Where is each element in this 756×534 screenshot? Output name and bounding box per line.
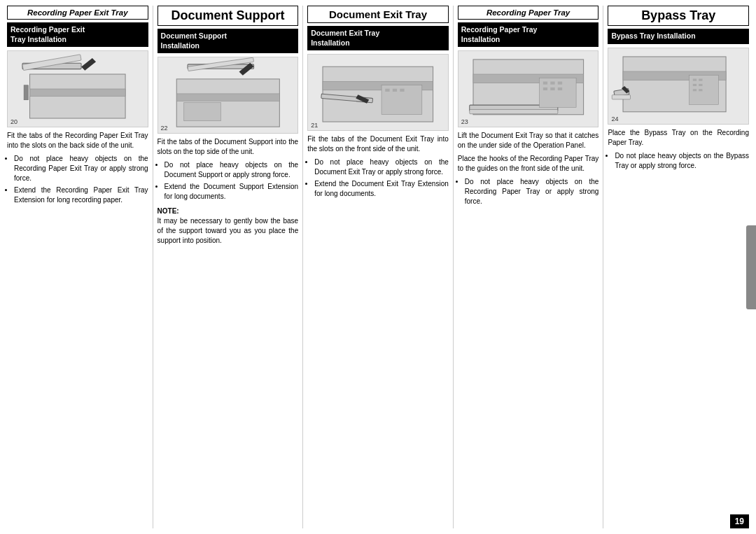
column-recording-paper-tray: Recording Paper Tray Recording Paper Tra… bbox=[454, 6, 604, 528]
col2-note-text: It may be necessary to gently bow the ba… bbox=[158, 216, 299, 246]
col2-page-num: 22 bbox=[161, 125, 168, 132]
col4-body: Lift the Document Exit Tray so that it c… bbox=[458, 131, 599, 150]
col2-subheader: Document SupportInstallation bbox=[158, 29, 299, 53]
col3-bullet-2: Extend the Document Exit Tray Extension … bbox=[314, 179, 449, 199]
col1-subheader: Recording Paper ExitTray Installation bbox=[7, 22, 148, 47]
svg-rect-36 bbox=[699, 83, 703, 85]
col5-body: Place the Bypass Tray on the Recording P… bbox=[608, 128, 749, 148]
svg-rect-34 bbox=[699, 78, 703, 80]
svg-rect-1 bbox=[30, 89, 126, 97]
svg-rect-22 bbox=[543, 82, 547, 85]
col1-body: Fit the tabs of the Recording Paper Exit… bbox=[7, 131, 148, 150]
col2-body: Fit the tabs of the Document Support int… bbox=[158, 137, 299, 157]
col5-subheader: Bypass Tray Installation bbox=[608, 29, 749, 44]
col4-bullets: Do not place heavy objects on the Record… bbox=[465, 177, 599, 209]
col2-header: Document Support bbox=[158, 6, 299, 26]
col5-bullet-1: Do not place heavy objects on the Bypass… bbox=[615, 151, 749, 171]
page-number: 19 bbox=[730, 514, 749, 528]
col1-header: Recording Paper Exit Tray bbox=[7, 6, 148, 20]
col1-bullets: Do not place heavy objects on the Record… bbox=[14, 154, 148, 207]
svg-rect-33 bbox=[693, 78, 696, 80]
col1-bullet-2: Extend the Recording Paper Exit Tray Ext… bbox=[14, 185, 148, 205]
col3-header: Document Exit Tray bbox=[307, 6, 449, 23]
svg-rect-16 bbox=[400, 89, 404, 92]
col2-bullets: Do not place heavy objects on the Docume… bbox=[164, 160, 299, 204]
col2-bullet-2: Extend the Document Support Extension fo… bbox=[164, 182, 299, 202]
col5-page-num: 24 bbox=[611, 115, 618, 122]
col4-body2: Place the hooks of the Recording Paper T… bbox=[458, 154, 599, 174]
col5-header: Bypass Tray bbox=[608, 6, 749, 26]
col2-bullet-1: Do not place heavy objects on the Docume… bbox=[164, 160, 299, 180]
col3-body: Fit the tabs of the Document Exit Tray i… bbox=[307, 134, 449, 154]
col2-image: 22 bbox=[158, 57, 299, 134]
page-container: Recording Paper Exit Tray Recording Pape… bbox=[0, 0, 756, 534]
col3-bullet-1: Do not place heavy objects on the Docume… bbox=[314, 157, 449, 177]
svg-rect-4 bbox=[24, 85, 28, 100]
sidebar-tab bbox=[746, 225, 756, 309]
svg-rect-35 bbox=[693, 83, 696, 85]
col4-image: 23 bbox=[458, 50, 599, 127]
column-document-exit-tray: Document Exit Tray Document Exit TrayIns… bbox=[303, 6, 454, 528]
svg-rect-14 bbox=[385, 89, 389, 92]
col3-bullets: Do not place heavy objects on the Docume… bbox=[314, 157, 449, 201]
svg-rect-23 bbox=[550, 82, 554, 85]
svg-rect-31 bbox=[612, 94, 631, 99]
svg-rect-20 bbox=[470, 110, 558, 114]
svg-rect-9 bbox=[183, 103, 220, 121]
col4-subheader: Recording Paper TrayInstallation bbox=[458, 22, 599, 47]
col3-subheader: Document Exit TrayInstallation bbox=[307, 26, 449, 50]
col1-image: 20 bbox=[7, 50, 148, 127]
col2-note-label: NOTE: bbox=[158, 207, 299, 215]
column-recording-paper-exit: Recording Paper Exit Tray Recording Pape… bbox=[6, 6, 153, 528]
col4-header: Recording Paper Tray bbox=[458, 6, 599, 20]
svg-rect-38 bbox=[699, 89, 703, 91]
svg-rect-6 bbox=[176, 94, 279, 101]
svg-rect-15 bbox=[393, 89, 397, 92]
col3-page-num: 21 bbox=[311, 122, 318, 129]
svg-rect-37 bbox=[693, 89, 696, 91]
columns-layout: Recording Paper Exit Tray Recording Pape… bbox=[6, 6, 750, 528]
column-bypass-tray: Bypass Tray Bypass Tray Installation bbox=[603, 6, 750, 528]
col5-bullets: Do not place heavy objects on the Bypass… bbox=[615, 151, 749, 173]
col5-image: 24 bbox=[608, 48, 749, 125]
col1-bullet-1: Do not place heavy objects on the Record… bbox=[14, 154, 148, 183]
col4-bullet-1: Do not place heavy objects on the Record… bbox=[465, 177, 599, 206]
col1-page-num: 20 bbox=[10, 118, 18, 125]
column-document-support: Document Support Document SupportInstall… bbox=[153, 6, 304, 528]
svg-rect-27 bbox=[558, 87, 562, 90]
col3-image: 21 bbox=[307, 54, 449, 131]
svg-rect-26 bbox=[550, 87, 554, 90]
col4-page-num: 23 bbox=[461, 118, 468, 125]
svg-rect-24 bbox=[558, 82, 562, 85]
svg-rect-25 bbox=[543, 87, 547, 90]
